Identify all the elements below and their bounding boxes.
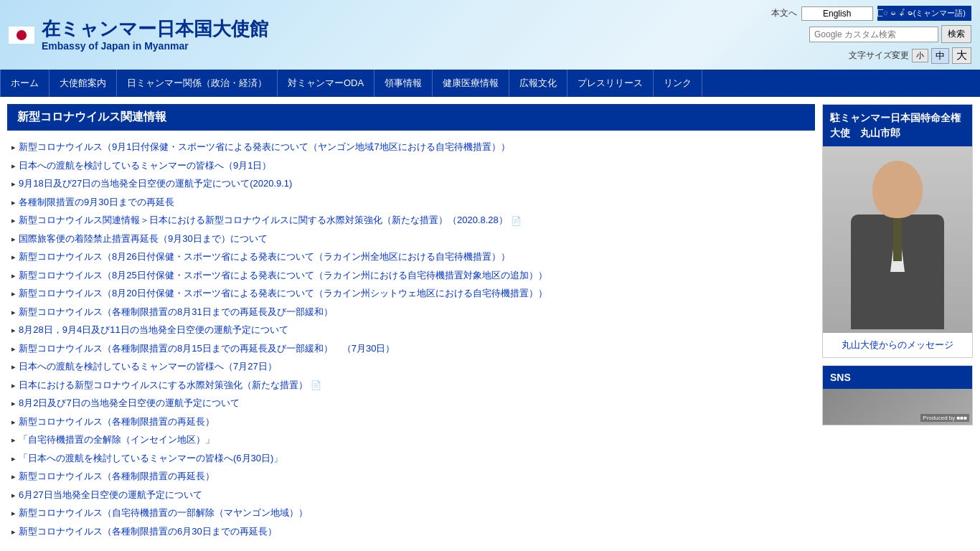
english-input[interactable] (801, 6, 873, 21)
header-right: 本文へ ြမန်မာ(ミャンマー語) 検索 文字サイズ変更 小 中 大 (771, 6, 971, 64)
list-item: 「自宅待機措置の全解除（インセイン地区）」 (11, 430, 811, 449)
ambassador-message-link[interactable]: 丸山大使からのメッセージ (842, 339, 953, 350)
svg-point-1 (17, 30, 27, 40)
news-link[interactable]: 国際旅客便の着陸禁止措置再延長（9月30日まで）について (19, 233, 268, 244)
news-link[interactable]: 新型コロナウイルス（各種制限措置の再延長） (19, 471, 215, 481)
ambassador-link-section: 丸山大使からのメッセージ (823, 333, 972, 357)
list-item: 日本における新型コロナウイルスにする水際対策強化（新たな措置）📄 (11, 376, 811, 395)
content-area: 新型コロナウイルス関連情報 新型コロナウイルス（9月1日付保健・スポーツ省による… (7, 104, 815, 540)
news-link[interactable]: 8月28日，9月4日及び11日の当地発全日空便の運航予定について (19, 324, 288, 335)
news-link[interactable]: 新型コロナウイルス（各種制限措置の6月30日までの再延長） (19, 526, 277, 537)
list-item: 新型コロナウイルス（各種制限措置の8月31日までの再延長及び一部緩和） (11, 303, 811, 321)
fontsize-label: 文字サイズ変更 (849, 50, 909, 62)
search-input[interactable] (809, 27, 938, 42)
news-link[interactable]: 新型コロナウイルス（自宅待機措置の一部解除（マヤンゴン地域）） (19, 507, 308, 518)
news-link[interactable]: 新型コロナウイルス（各種制限措置の8月31日までの再延長及び一部緩和） (19, 306, 333, 317)
search-button[interactable]: 検索 (941, 25, 971, 43)
list-item: 「日本への渡航を検討しているミャンマーの皆様へ(6月30日)」 (11, 449, 811, 468)
news-link[interactable]: 日本における新型コロナウイルスにする水際対策強化（新たな措置） (19, 380, 308, 390)
list-item: 新型コロナウイルス（各種制限措置の6月30日までの再延長） (11, 522, 811, 541)
news-link[interactable]: 日本への渡航を検討しているミャンマーの皆様へ（7月27日） (19, 361, 277, 372)
nav-item[interactable]: 領事情報 (374, 70, 433, 97)
japan-flag (9, 27, 34, 44)
news-link[interactable]: 新型コロナウイルス（8月20日付保健・スポーツ省による発表について（ラカイン州シ… (19, 288, 547, 298)
document-icon: 📄 (311, 380, 321, 390)
list-item: 8月28日，9月4日及び11日の当地発全日空便の運航予定について (11, 321, 811, 339)
fontsize-medium-button[interactable]: 中 (931, 48, 949, 64)
sns-header: SNS (823, 366, 972, 389)
nav-item[interactable]: 広報文化 (509, 70, 567, 97)
fontsize-small-button[interactable]: 小 (912, 49, 928, 62)
language-row: 本文へ ြမန်မာ(ミャンマー語) (771, 6, 971, 21)
nav-item[interactable]: ホーム (0, 70, 50, 97)
ambassador-photo-inner (823, 146, 972, 333)
main-navigation: ホーム大使館案内日ミャンマー関係（政治・経済）対ミャンマーODA領事情報健康医療… (0, 70, 980, 97)
list-item: 8月2日及び7日の当地発全日空便の運航予定について (11, 394, 811, 413)
news-link[interactable]: 6月27日当地発全日空便の運航予定について (19, 489, 202, 500)
sns-produced-label: Produced by ■■■ (920, 414, 969, 422)
sns-box: SNS Produced by ■■■ (822, 365, 973, 425)
news-link[interactable]: 新型コロナウイルス（各種制限措置の8月15日までの再延長及び一部緩和） （7月3… (19, 343, 395, 354)
site-title-english: Embassy of Japan in Myanmar (42, 40, 268, 52)
nav-item[interactable]: 大使館案内 (50, 70, 117, 97)
list-item: 新型コロナウイルス（自宅待機措置の一部解除（マヤンゴン地域）） (11, 504, 811, 522)
news-link[interactable]: 新型コロナウイルス（各種制限措置の再延長） (19, 416, 215, 427)
ambassador-head (872, 161, 923, 218)
fontsize-large-button[interactable]: 大 (952, 47, 971, 64)
news-link[interactable]: 新型コロナウイルス（9月1日付保健・スポーツ省による発表について（ヤンゴン地域7… (19, 141, 510, 152)
nav-item[interactable]: プレスリリース (567, 70, 654, 97)
list-item: 各種制限措置の9月30日までの再延長 (11, 193, 811, 212)
fontsize-row: 文字サイズ変更 小 中 大 (849, 47, 971, 64)
sidebar: 駐ミャンマー日本国特命全権大使 丸山市郎 丸山大使からのメッセージ SNS Pr… (822, 104, 973, 425)
news-link[interactable]: 新型コロナウイルス関連情報＞日本における新型コロナウイルスに関する水際対策強化（… (19, 215, 508, 225)
honbun-label: 本文へ (771, 7, 797, 19)
list-item: 国際旅客便の着陸禁止措置再延長（9月30日まで）について (11, 230, 811, 248)
list-item: 新型コロナウイルス（8月26日付保健・スポーツ省による発表について（ラカイン州全… (11, 248, 811, 266)
site-header: 在ミャンマー日本国大使館 Embassy of Japan in Myanmar… (0, 0, 980, 70)
list-item: 9月18日及び27日の当地発全日空便の運航予定について(2020.9.1) (11, 174, 811, 193)
list-item: 6月27日当地発全日空便の運航予定について (11, 486, 811, 504)
news-link[interactable]: 新型コロナウイルス（8月25日付保健・スポーツ省による発表について（ラカイン州に… (19, 270, 547, 281)
site-title-japanese: 在ミャンマー日本国大使館 (42, 18, 268, 40)
ambassador-photo (823, 146, 972, 333)
myanmar-button[interactable]: ြမန်မာ(ミャンマー語) (877, 6, 971, 21)
news-link[interactable]: 「自宅待機措置の全解除（インセイン地区）」 (19, 434, 215, 445)
ambassador-header: 駐ミャンマー日本国特命全権大使 丸山市郎 (823, 105, 972, 146)
sns-content: Produced by ■■■ (823, 389, 972, 425)
site-title: 在ミャンマー日本国大使館 Embassy of Japan in Myanmar (42, 18, 268, 52)
section-title: 新型コロナウイルス関連情報 (7, 104, 815, 131)
list-item: 新型コロナウイルス関連情報＞日本における新型コロナウイルスに関する水際対策強化（… (11, 211, 811, 230)
news-link[interactable]: 新型コロナウイルス（8月26日付保健・スポーツ省による発表について（ラカイン州全… (19, 251, 510, 262)
header-left: 在ミャンマー日本国大使館 Embassy of Japan in Myanmar (9, 18, 268, 52)
nav-item[interactable]: 対ミャンマーODA (278, 70, 374, 97)
nav-item[interactable]: 日ミャンマー関係（政治・経済） (117, 70, 278, 97)
ambassador-tie (893, 218, 902, 261)
ambassador-box: 駐ミャンマー日本国特命全権大使 丸山市郎 丸山大使からのメッセージ (822, 104, 973, 358)
news-link[interactable]: 8月2日及び7日の当地発全日空便の運航予定について (19, 397, 240, 408)
nav-item[interactable]: 健康医療情報 (433, 70, 509, 97)
list-item: 新型コロナウイルス（8月20日付保健・スポーツ省による発表について（ラカイン州シ… (11, 284, 811, 303)
list-item: 日本への渡航を検討しているミャンマーの皆様へ（7月27日） (11, 357, 811, 376)
document-icon: 📄 (511, 216, 521, 226)
list-item: 新型コロナウイルス（8月25日付保健・スポーツ省による発表について（ラカイン州に… (11, 266, 811, 285)
main-layout: 新型コロナウイルス関連情報 新型コロナウイルス（9月1日付保健・スポーツ省による… (0, 97, 980, 547)
list-item: 新型コロナウイルス（各種制限措置の8月15日までの再延長及び一部緩和） （7月3… (11, 339, 811, 358)
list-item: 日本への渡航を検討しているミャンマーの皆様へ（9月1日） (11, 156, 811, 175)
list-item: 新型コロナウイルス（各種制限措置の再延長） (11, 467, 811, 486)
news-link[interactable]: 日本への渡航を検討しているミャンマーの皆様へ（9月1日） (19, 160, 271, 171)
news-link[interactable]: 9月18日及び27日の当地発全日空便の運航予定について(2020.9.1) (19, 178, 292, 189)
sns-thumbnail: Produced by ■■■ (823, 389, 972, 425)
news-link[interactable]: 各種制限措置の9月30日までの再延長 (19, 197, 174, 207)
list-item: 新型コロナウイルス（9月1日付保健・スポーツ省による発表について（ヤンゴン地域7… (11, 138, 811, 156)
news-link[interactable]: 「日本への渡航を検討しているミャンマーの皆様へ(6月30日)」 (19, 453, 283, 463)
news-list: 新型コロナウイルス（9月1日付保健・スポーツ省による発表について（ヤンゴン地域7… (7, 138, 815, 540)
nav-item[interactable]: リンク (654, 70, 702, 97)
list-item: 新型コロナウイルス（各種制限措置の再延長） (11, 413, 811, 431)
search-row: 検索 (809, 25, 971, 43)
